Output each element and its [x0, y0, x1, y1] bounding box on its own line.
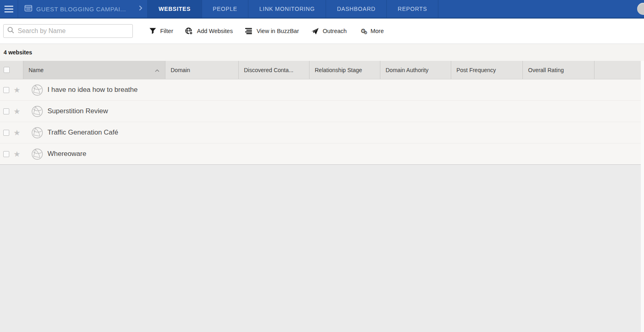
select-all-checkbox[interactable] — [4, 67, 10, 73]
globe-add-icon — [185, 27, 193, 35]
column-header-domain-authority[interactable]: Domain Authority — [380, 61, 451, 79]
filter-funnel-icon — [149, 28, 157, 34]
actions-toolbar: Filter Add Websites — [0, 19, 644, 44]
user-avatar[interactable] — [637, 3, 644, 15]
search-icon — [7, 27, 14, 35]
tab-websites[interactable]: WEBSITES — [147, 0, 202, 18]
stacked-list-icon — [245, 28, 253, 34]
column-header-overall-rating[interactable]: Overall Rating — [522, 61, 594, 79]
website-name[interactable]: I have no idea how to breathe — [47, 86, 138, 94]
website-globe-icon — [31, 148, 43, 160]
top-navigation-bar: GUEST BLOGGING CAMPAI... WEBSITES PEOPLE… — [0, 0, 644, 19]
table-header: Name Domain Discovered Conta... Relation… — [0, 61, 644, 79]
website-globe-icon — [31, 106, 43, 117]
column-header-spacer — [594, 61, 644, 79]
more-button[interactable]: ⚙⚙ More — [353, 19, 390, 44]
website-name[interactable]: Superstition Review — [47, 107, 108, 115]
star-icon[interactable]: ★ — [13, 108, 21, 115]
filter-button[interactable]: Filter — [142, 19, 179, 44]
campaign-list-icon — [25, 5, 32, 13]
table-row[interactable]: ★ I have no idea how to breathe — [0, 79, 644, 101]
select-all-cell — [0, 61, 23, 79]
search-input[interactable] — [18, 27, 129, 35]
column-header-discovered-contacts[interactable]: Discovered Conta... — [238, 61, 309, 79]
tab-people[interactable]: PEOPLE — [202, 0, 248, 18]
hamburger-icon — [4, 6, 13, 7]
chevron-right-icon — [139, 5, 142, 12]
campaign-name: GUEST BLOGGING CAMPAI... — [36, 6, 135, 12]
column-header-post-frequency[interactable]: Post Frequency — [451, 61, 522, 79]
website-name[interactable]: Traffic Generation Café — [47, 129, 118, 137]
row-checkbox[interactable] — [3, 87, 9, 93]
tab-reports[interactable]: REPORTS — [386, 0, 438, 18]
column-header-domain[interactable]: Domain — [165, 61, 238, 79]
campaign-selector[interactable]: GUEST BLOGGING CAMPAI... — [18, 0, 147, 18]
sort-ascending-icon — [155, 67, 159, 73]
table-row[interactable]: ★ Whereoware — [0, 143, 644, 165]
star-icon[interactable]: ★ — [13, 86, 21, 94]
website-count: 4 websites — [4, 49, 32, 56]
outreach-button[interactable]: Outreach — [305, 19, 353, 44]
website-list: ★ I have no idea how to breathe ★ Supers… — [0, 79, 644, 165]
menu-button[interactable] — [0, 0, 18, 18]
app-window: GUEST BLOGGING CAMPAI... WEBSITES PEOPLE… — [0, 0, 644, 332]
column-header-name[interactable]: Name — [23, 61, 165, 79]
row-checkbox[interactable] — [3, 151, 9, 157]
star-icon[interactable]: ★ — [13, 129, 21, 137]
row-checkbox[interactable] — [3, 130, 9, 136]
website-globe-icon — [31, 84, 43, 96]
result-count-bar: 4 websites — [0, 44, 644, 61]
gears-icon: ⚙⚙ — [359, 28, 367, 34]
website-name[interactable]: Whereoware — [47, 150, 86, 158]
search-box — [3, 24, 133, 38]
paper-plane-icon — [311, 28, 319, 35]
column-header-relationship-stage[interactable]: Relationship Stage — [309, 61, 380, 79]
empty-area — [0, 165, 644, 332]
table-row[interactable]: ★ Traffic Generation Café — [0, 122, 644, 143]
star-icon[interactable]: ★ — [13, 150, 21, 158]
main-tabs: WEBSITES PEOPLE LINK MONITORING DASHBOAR… — [147, 0, 438, 18]
view-in-buzzbar-button[interactable]: View in BuzzBar — [239, 19, 305, 44]
row-checkbox[interactable] — [3, 108, 9, 114]
table-row[interactable]: ★ Superstition Review — [0, 101, 644, 122]
add-websites-button[interactable]: Add Websites — [179, 19, 239, 44]
tab-link-monitoring[interactable]: LINK MONITORING — [248, 0, 326, 18]
website-globe-icon — [31, 127, 43, 139]
tab-dashboard[interactable]: DASHBOARD — [326, 0, 386, 18]
scrollbar[interactable] — [641, 61, 644, 332]
